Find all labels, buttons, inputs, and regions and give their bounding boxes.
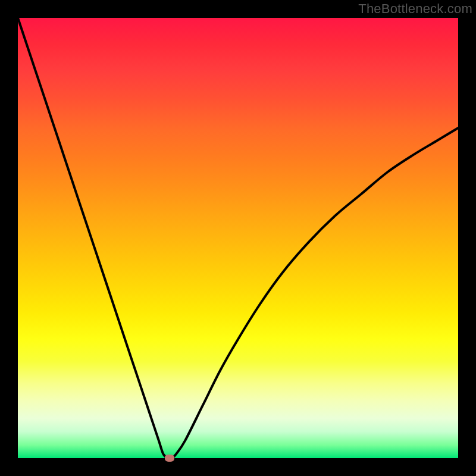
plot-area (18, 18, 458, 458)
watermark-text: TheBottleneck.com (358, 1, 472, 17)
bottleneck-curve (18, 18, 458, 458)
chart-frame: TheBottleneck.com (0, 0, 476, 476)
minimum-marker (165, 455, 174, 462)
